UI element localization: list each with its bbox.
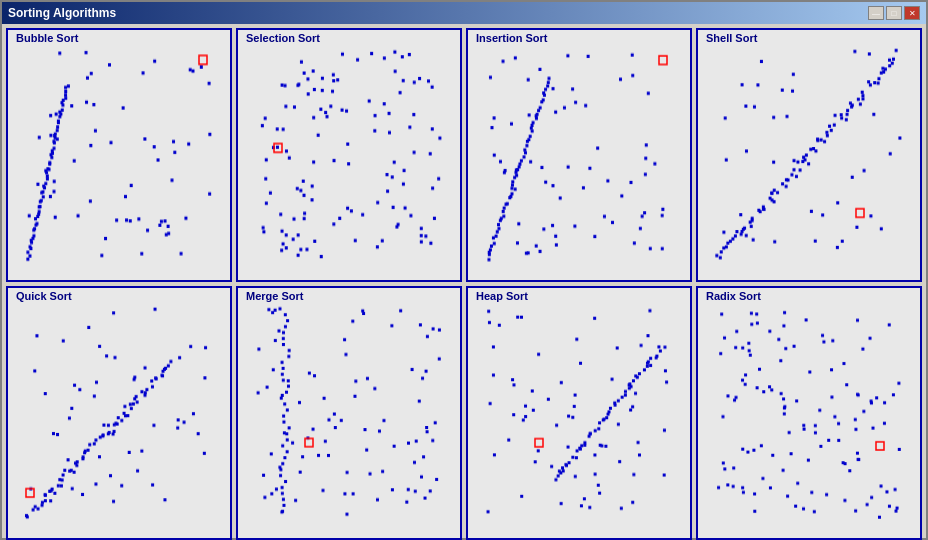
window-title: Sorting Algorithms (8, 6, 116, 20)
panel-title-shell: Shell Sort (704, 32, 759, 44)
maximize-button[interactable]: □ (886, 6, 902, 20)
panel-quick-sort: Quick Sort (6, 286, 232, 540)
panel-radix-sort: Radix Sort (696, 286, 922, 540)
panel-title-bubble: Bubble Sort (14, 32, 80, 44)
main-window: Sorting Algorithms — □ ✕ Bubble Sort Sel… (0, 0, 928, 540)
panel-heap-sort: Heap Sort (466, 286, 692, 540)
title-bar-buttons: — □ ✕ (868, 6, 920, 20)
canvas-selection (238, 30, 460, 280)
panel-title-heap: Heap Sort (474, 290, 530, 302)
canvas-bubble (8, 30, 230, 280)
canvas-merge (238, 288, 460, 538)
panel-bubble-sort: Bubble Sort (6, 28, 232, 282)
panel-insertion-sort: Insertion Sort (466, 28, 692, 282)
canvas-quick (8, 288, 230, 538)
close-button[interactable]: ✕ (904, 6, 920, 20)
canvas-shell (698, 30, 920, 280)
panel-title-radix: Radix Sort (704, 290, 763, 302)
title-bar: Sorting Algorithms — □ ✕ (2, 2, 926, 24)
panel-title-merge: Merge Sort (244, 290, 305, 302)
canvas-heap (468, 288, 690, 538)
panels-grid: Bubble Sort Selection Sort Insertion Sor… (6, 28, 922, 540)
panel-shell-sort: Shell Sort (696, 28, 922, 282)
canvas-radix (698, 288, 920, 538)
panel-selection-sort: Selection Sort (236, 28, 462, 282)
canvas-insertion (468, 30, 690, 280)
minimize-button[interactable]: — (868, 6, 884, 20)
panel-merge-sort: Merge Sort (236, 286, 462, 540)
panel-title-selection: Selection Sort (244, 32, 322, 44)
panel-title-insertion: Insertion Sort (474, 32, 550, 44)
main-content: Bubble Sort Selection Sort Insertion Sor… (2, 24, 926, 540)
panel-title-quick: Quick Sort (14, 290, 74, 302)
